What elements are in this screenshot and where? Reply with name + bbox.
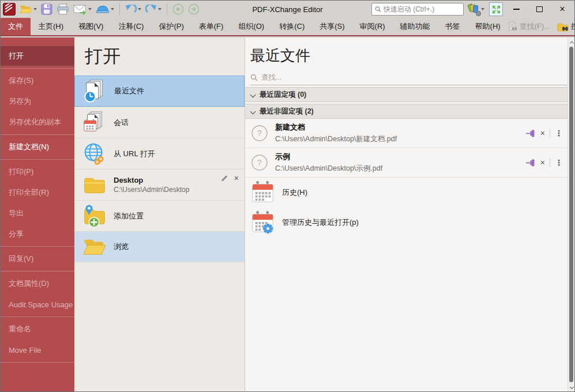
open-item-label: 从 URL 打开 [114, 149, 155, 159]
tab-home[interactable]: 主页(H) [31, 18, 71, 35]
minimize-button[interactable] [506, 2, 526, 17]
sidebar-item-save-optimized[interactable]: 另存优化的副本 [1, 112, 74, 133]
recent-file-row[interactable]: ? 新建文档 C:\Users\Admin\Desktop\新建文档.pdf ×… [245, 119, 568, 148]
open-item-recent-files[interactable]: 最近文件 [74, 76, 245, 107]
maximize-button[interactable] [529, 2, 549, 17]
sidebar-item-document-properties[interactable]: 文档属性(D) [1, 273, 74, 294]
close-button[interactable]: × [553, 2, 572, 17]
quick-access-toolbar [2, 2, 201, 17]
recent-search[interactable] [250, 71, 567, 85]
ui-options-dropdown-arrow[interactable] [481, 8, 484, 10]
back-button[interactable] [171, 2, 185, 17]
folder-icon [81, 175, 108, 195]
open-file-button[interactable] [18, 2, 38, 17]
open-item-from-url[interactable]: 从 URL 打开 [74, 138, 245, 169]
sidebar-separator [1, 246, 74, 247]
edit-place-icon[interactable] [220, 174, 228, 182]
open-dropdown-arrow[interactable] [33, 8, 37, 10]
remove-file-icon[interactable]: × [540, 129, 545, 137]
sidebar-separator [1, 316, 74, 317]
undo-dropdown-arrow[interactable] [138, 8, 141, 10]
file-path: C:\Users\Admin\Desktop\示例.pdf [275, 164, 382, 174]
open-item-label: 最近文件 [114, 86, 144, 96]
scrollbar-thumb[interactable] [569, 47, 573, 382]
section-label: 最近固定项 (0) [260, 90, 306, 100]
section-unpinned[interactable]: 最近非固定项 (2) [245, 104, 568, 119]
forward-button[interactable] [187, 2, 201, 17]
sidebar-item-save[interactable]: 保存(S) [1, 70, 74, 91]
minimize-icon [513, 9, 520, 10]
file-name: 新建文档 [275, 122, 397, 133]
tab-share[interactable]: 共享(S) [312, 18, 352, 35]
tab-convert[interactable]: 转换(C) [272, 18, 312, 35]
toolbar-separator [119, 3, 120, 15]
open-item-desktop-place[interactable]: Desktop C:\Users\Admin\Desktop × [74, 169, 245, 200]
tab-form[interactable]: 表单(F) [191, 18, 231, 35]
recent-pane-title: 最近文件 [245, 37, 568, 71]
sidebar-item-share[interactable]: 分享 [1, 224, 74, 244]
add-place-icon [81, 204, 108, 228]
section-label: 最近非固定项 (2) [260, 107, 314, 116]
email-dropdown-arrow[interactable] [88, 8, 92, 10]
remove-place-icon[interactable]: × [234, 174, 239, 182]
app-window: PDF-XChange Editor × 文件 主页(H) 视图(V) 注释(C… [0, 0, 575, 392]
open-item-browse[interactable]: 浏览 [74, 231, 245, 262]
scanner-button[interactable] [95, 2, 115, 17]
fullscreen-button[interactable] [489, 2, 503, 16]
tab-review[interactable]: 审阅(R) [352, 18, 393, 35]
tab-protect[interactable]: 保护(P) [151, 18, 191, 35]
more-options-icon[interactable]: ⋮ [555, 160, 563, 165]
sidebar-item-save-as[interactable]: 另存为 [1, 91, 74, 112]
sidebar-separator [1, 134, 74, 135]
find-button[interactable]: 查找(F)... [508, 21, 550, 32]
sidebar-item-open[interactable]: 打开 [1, 46, 74, 66]
sidebar-item-print[interactable]: 打印(P) [1, 161, 74, 182]
sidebar-item-move-file[interactable]: Move File [1, 340, 74, 360]
sidebar-item-new-document[interactable]: 新建文档(N) [1, 137, 74, 157]
tab-view[interactable]: 视图(V) [71, 18, 111, 35]
tab-organize[interactable]: 组织(O) [231, 18, 272, 35]
open-item-label: 添加位置 [114, 211, 144, 221]
open-item-sessions[interactable]: 会话 [74, 107, 245, 138]
customize-ui-button[interactable] [467, 2, 486, 17]
scanner-dropdown-arrow[interactable] [111, 8, 114, 10]
print-button[interactable] [55, 2, 70, 17]
redo-dropdown-arrow[interactable] [158, 8, 161, 10]
tab-help[interactable]: 帮助(H) [468, 18, 508, 35]
undo-button[interactable] [124, 2, 142, 17]
open-item-add-place[interactable]: 添加位置 [74, 200, 245, 231]
recent-file-row[interactable]: ? 示例 C:\Users\Admin\Desktop\示例.pdf × ⋮ [245, 148, 568, 178]
scroll-up-icon[interactable] [568, 38, 574, 46]
search-icon [375, 6, 381, 13]
more-options-icon[interactable]: ⋮ [555, 131, 563, 135]
pin-icon[interactable] [526, 159, 536, 167]
find-label: 查找(F)... [520, 21, 550, 32]
tab-file[interactable]: 文件 [1, 18, 31, 35]
quick-launch-box[interactable] [371, 3, 464, 16]
search-folder-icon [557, 22, 569, 32]
recent-search-input[interactable] [261, 73, 546, 81]
sidebar-item-print-all[interactable]: 打印全部(R) [1, 182, 74, 203]
tab-comment[interactable]: 注释(C) [111, 18, 151, 35]
remove-file-icon[interactable]: × [540, 159, 545, 167]
redo-button[interactable] [144, 2, 163, 17]
sidebar-item-audit-space-usage[interactable]: Audit Space Usage [1, 294, 74, 315]
manage-history-button[interactable]: 管理历史与最近打开(p) [245, 208, 568, 238]
sidebar-item-rename[interactable]: 重命名 [1, 319, 74, 340]
scroll-down-icon[interactable] [568, 383, 574, 391]
tab-accessibility[interactable]: 辅助功能 [393, 18, 438, 35]
scrollbar[interactable] [568, 37, 574, 391]
email-button[interactable] [72, 2, 93, 17]
tab-bookmarks[interactable]: 书签 [438, 18, 468, 35]
search-button[interactable]: 搜索(S)... [557, 21, 575, 32]
close-icon: × [559, 5, 565, 14]
section-pinned[interactable]: 最近固定项 (0) [245, 87, 568, 102]
pin-icon[interactable] [526, 129, 536, 138]
divider [550, 129, 550, 138]
history-button[interactable]: 历史(H) [245, 178, 568, 208]
sidebar-item-export[interactable]: 导出 [1, 203, 74, 224]
quick-launch-input[interactable] [384, 5, 460, 13]
sidebar-item-revert[interactable]: 回复(V) [1, 248, 74, 269]
calendar-gear-icon [251, 211, 275, 234]
save-button[interactable] [40, 2, 54, 17]
